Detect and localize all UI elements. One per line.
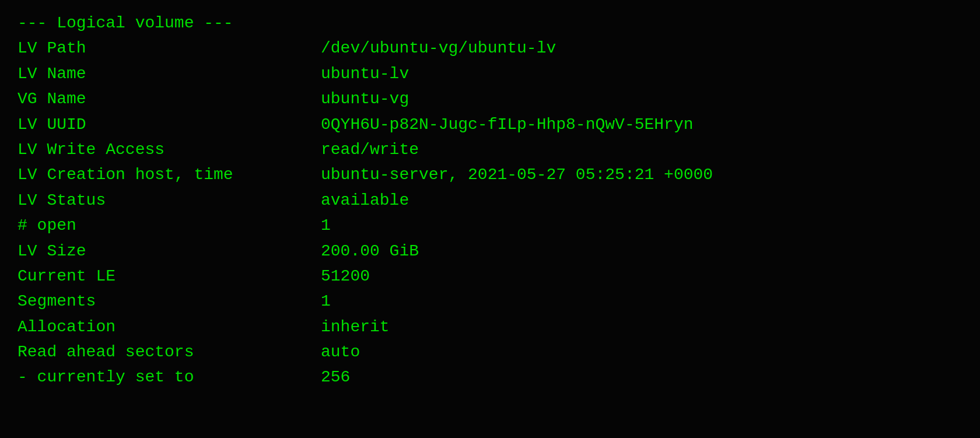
line-value: ubuntu-vg: [321, 86, 409, 111]
terminal-line: Current LE51200: [18, 264, 963, 289]
terminal-line: LV UUID0QYH6U-p82N-Jugc-fILp-Hhp8-nQwV-5…: [18, 112, 963, 137]
line-value: 256: [321, 365, 350, 390]
line-value: /dev/ubuntu-vg/ubuntu-lv: [321, 36, 556, 61]
terminal-line: LV Nameubuntu-lv: [18, 61, 963, 86]
terminal-line: LV Statusavailable: [18, 188, 963, 213]
line-label: Read ahead sectors: [18, 339, 321, 365]
line-value: ubuntu-server, 2021-05-27 05:25:21 +0000: [321, 162, 713, 187]
line-value: 51200: [321, 264, 370, 289]
terminal-line: --- Logical volume ---: [18, 10, 963, 36]
line-value: ubuntu-lv: [321, 61, 409, 86]
terminal-line: # open1: [18, 213, 963, 238]
line-label: Current LE: [18, 264, 321, 289]
line-label: # open: [18, 213, 321, 238]
terminal-line: Segments1: [18, 289, 963, 314]
terminal-line: LV Write Accessread/write: [18, 137, 963, 162]
terminal-line: Read ahead sectorsauto: [18, 339, 963, 365]
header-text: --- Logical volume ---: [18, 10, 233, 36]
terminal-line: - currently set to256: [18, 365, 963, 390]
line-label: - currently set to: [18, 365, 321, 390]
terminal-line: VG Nameubuntu-vg: [18, 86, 963, 111]
line-label: VG Name: [18, 86, 321, 111]
terminal-line: LV Creation host, timeubuntu-server, 202…: [18, 162, 963, 187]
terminal-line: Allocationinherit: [18, 314, 963, 339]
terminal-line: LV Path/dev/ubuntu-vg/ubuntu-lv: [18, 36, 963, 61]
terminal-line: LV Size200.00 GiB: [18, 239, 963, 264]
line-value: 0QYH6U-p82N-Jugc-fILp-Hhp8-nQwV-5EHryn: [321, 112, 694, 137]
line-label: LV Status: [18, 188, 321, 213]
line-label: LV Path: [18, 36, 321, 61]
line-label: LV Size: [18, 239, 321, 264]
line-label: LV Creation host, time: [18, 162, 321, 187]
line-label: Allocation: [18, 314, 321, 339]
line-value: inherit: [321, 314, 390, 339]
terminal-window: --- Logical volume ---LV Path/dev/ubuntu…: [0, 0, 980, 438]
line-value: 200.00 GiB: [321, 239, 419, 264]
line-value: available: [321, 188, 409, 213]
line-value: 1: [321, 213, 331, 238]
line-label: Segments: [18, 289, 321, 314]
line-value: read/write: [321, 137, 419, 162]
line-label: LV UUID: [18, 112, 321, 137]
line-label: LV Name: [18, 61, 321, 86]
line-value: auto: [321, 339, 360, 365]
line-value: 1: [321, 289, 331, 314]
line-label: LV Write Access: [18, 137, 321, 162]
